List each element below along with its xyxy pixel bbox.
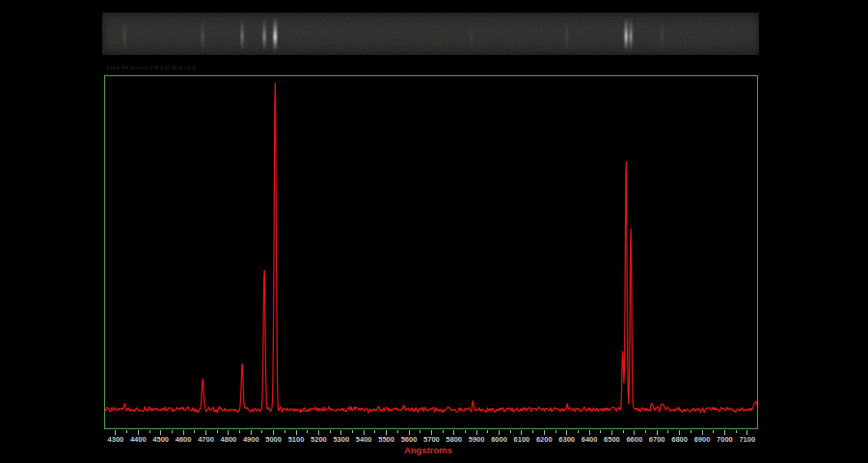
x-axis-minor-tick xyxy=(487,430,488,433)
x-axis-minor-tick xyxy=(465,430,466,433)
x-axis-minor-tick xyxy=(713,430,714,433)
x-axis-minor-tick xyxy=(667,430,668,433)
x-axis-minor-tick xyxy=(217,430,218,433)
raw-spectrum-strip xyxy=(102,13,759,55)
x-axis-minor-tick xyxy=(126,430,127,433)
plot-caption-illegible: ıl·lıl lı·lllıl·ılı·ıl·ı·lı ıı·lll·ıl ıı… xyxy=(106,66,338,72)
spectroscopy-window: ıl·lıl lı·lllıl·ılı·ıl·ı·lı ıı·lll·ıl ıı… xyxy=(0,0,868,463)
spectrum-plot-frame xyxy=(104,75,758,429)
x-axis-minor-tick xyxy=(285,430,285,433)
x-axis-minor-tick xyxy=(307,430,308,433)
x-axis-minor-tick xyxy=(510,430,511,433)
strip-noise-texture xyxy=(102,13,759,55)
x-axis-minor-tick xyxy=(261,430,262,433)
x-axis-minor-tick xyxy=(443,430,444,433)
x-axis-minor-tick xyxy=(645,430,646,433)
spectrum-trace xyxy=(105,83,757,413)
x-axis-minor-tick xyxy=(239,430,240,433)
x-axis-minor-tick xyxy=(194,430,195,433)
spectrum-plot-canvas xyxy=(105,76,757,428)
x-axis-minor-tick xyxy=(172,430,173,433)
x-axis-minor-tick xyxy=(691,430,692,433)
x-axis-minor-tick xyxy=(532,430,533,433)
x-axis-minor-tick xyxy=(600,430,601,433)
x-axis-minor-tick xyxy=(330,430,331,433)
x-axis-minor-tick xyxy=(736,430,737,433)
x-axis-minor-tick xyxy=(420,430,420,433)
spectrum-strip-lines xyxy=(102,13,759,55)
x-axis-minor-tick xyxy=(578,430,579,433)
x-axis-minor-tick xyxy=(149,430,150,433)
x-axis-minor-tick xyxy=(374,430,375,433)
x-axis-minor-tick xyxy=(556,430,556,433)
x-axis-minor-tick xyxy=(352,430,353,433)
x-axis-minor-tick xyxy=(397,430,398,433)
x-axis-title: Angstroms xyxy=(384,445,473,455)
x-axis-minor-tick xyxy=(623,430,624,433)
x-axis-tick-label: 7100 xyxy=(734,435,761,444)
